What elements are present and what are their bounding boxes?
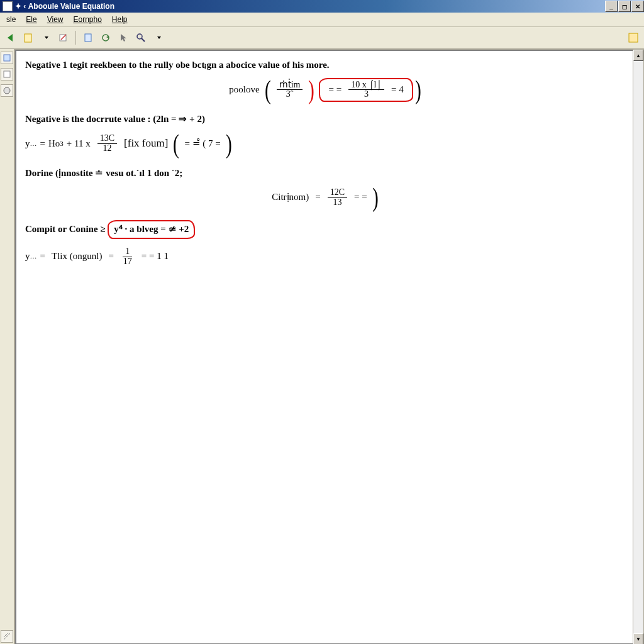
eq2-eq: = [37, 137, 48, 151]
eq3-frac: 12C 13 [328, 188, 347, 207]
open-paren-icon: ( [264, 77, 271, 103]
svg-marker-6 [121, 34, 126, 42]
sidebar-tool-b[interactable] [1, 68, 13, 80]
svg-marker-5 [106, 36, 109, 38]
text-line-4: Compit or Conine ≥ y⁴ · a blveg = ≄ +2 [25, 220, 624, 239]
eq3-frac-den: 13 [330, 198, 344, 208]
svg-rect-3 [85, 34, 91, 42]
eq2-frac-num: 13C [97, 134, 117, 144]
new-doc-icon[interactable] [20, 30, 36, 46]
svg-rect-11 [4, 71, 10, 77]
toolbar-separator [75, 31, 76, 45]
eq2-frac-den: 12 [100, 144, 114, 153]
eq4-tail: = = 1 1 [138, 250, 172, 264]
svg-point-12 [4, 87, 10, 94]
eq1-frac1-den: 3ˆ [284, 90, 296, 99]
eq4-eq: = [37, 250, 48, 264]
eq1-frac2: 10 x ⌠l⌡ 3 [348, 80, 384, 99]
eq1-frac1-num: ṁṫim [277, 80, 303, 91]
text-line-4b: y⁴ · a blveg = ≄ +2 [114, 223, 189, 236]
menu-sle[interactable]: sle [1, 14, 21, 25]
eq3-frac-num: 12C [328, 188, 347, 198]
scroll-down-button[interactable]: ▼ [633, 633, 643, 644]
app-icon [3, 1, 13, 11]
close-paren-icon-2: ) [414, 77, 421, 103]
menu-eornpho[interactable]: Eornpho [68, 14, 106, 25]
equation-4: y … = Tlix (ongunl) = 1 17 = = 1 1 [25, 243, 624, 270]
sidebar-tool-c[interactable] [1, 84, 13, 97]
document-area: Negative 1 tegit reekbeen to the rully o… [16, 51, 633, 643]
text-line-2: Negative is the docrrute value : (2ln = … [25, 113, 624, 126]
eq4-frac: 1 17 [121, 247, 135, 266]
text-line-2b: (2ln = ⇒ + 2) [153, 114, 205, 124]
svg-line-8 [142, 38, 145, 42]
eq2-ho: Ho [48, 137, 60, 151]
eq2-close-paren-icon: ) [225, 131, 232, 157]
window-title: Abooule Value Equation [28, 2, 604, 11]
equation-2: y … = Ho 3 + 11 x 13C 12 [fix foum] ( = … [25, 130, 624, 158]
zoom-dropdown[interactable] [150, 30, 167, 46]
menu-help[interactable]: Help [107, 14, 133, 25]
content-frame: Negative 1 tegit reekbeen to the rully o… [14, 49, 644, 644]
vertical-scrollbar[interactable]: ▲ ▼ [633, 50, 643, 644]
svg-rect-10 [4, 55, 10, 61]
eq4-ysub: … [30, 252, 37, 262]
menu-ele[interactable]: Ele [21, 14, 42, 25]
pointer-icon[interactable] [115, 30, 131, 46]
menu-view[interactable]: View [42, 14, 69, 25]
text-line-3: Dorine (ịnnostite ≐ vesu ot.´ıl 1 don ´2… [25, 167, 624, 180]
sidebar-corner-icon[interactable] [1, 630, 13, 643]
text-line-2a: Negative is the docrrute value : [25, 114, 151, 124]
zoom-icon[interactable] [133, 30, 149, 46]
eq1-frac2-num: 10 x ⌠l⌡ [348, 80, 384, 91]
equation-3: Citrịnom) = 12C 13 = = ) [25, 184, 624, 211]
eq1-frac2-den: 3 [362, 90, 371, 99]
eq3-eq: = [312, 191, 323, 204]
minimize-button[interactable]: _ [605, 1, 618, 12]
eq1-frac1: ṁṫim 3ˆ [277, 80, 303, 99]
toolbar [0, 27, 644, 49]
sidebar-tool-a[interactable] [1, 52, 13, 64]
eq2-paren-inner: = =̊ ( 7 = [181, 137, 223, 151]
eq1-prefix: poolove [226, 83, 262, 97]
svg-rect-9 [629, 33, 638, 42]
help-box-icon[interactable] [625, 30, 641, 46]
close-paren-icon: ) [308, 77, 315, 103]
menu-bar: sle Ele View Eornpho Help [0, 13, 644, 27]
svg-rect-1 [25, 34, 31, 42]
eq4-y: y [25, 250, 30, 264]
restore-button[interactable]: ◻ [618, 1, 631, 12]
back-arrow-icon[interactable] [3, 30, 19, 46]
new-doc-dropdown[interactable] [38, 30, 54, 46]
svg-point-7 [137, 34, 142, 39]
eq2-ysub: … [30, 139, 37, 149]
window-buttons: _ ◻ ✕ [604, 1, 644, 12]
refresh-icon[interactable] [97, 30, 114, 46]
eq3-close-paren-icon: ) [372, 184, 379, 211]
eq4-tlix: Tlix (ongunl) [48, 250, 105, 264]
scroll-track[interactable] [633, 61, 643, 633]
title-bar: ✦ ‹ Abooule Value Equation _ ◻ ✕ [0, 0, 644, 13]
eq2-fixfoum: [fix foum] [121, 136, 171, 152]
eq3-lhs: Citrịnom) [269, 191, 312, 204]
eq3-tail: = = [351, 191, 370, 204]
eq1-red-annotation: = = 10 x ⌠l⌡ 3 = 4 [319, 78, 413, 102]
left-sidebar [0, 49, 14, 644]
eq2-open-paren-icon: ( [173, 131, 180, 157]
eq4-eq2: = [105, 250, 116, 264]
scroll-up-button[interactable]: ▲ [633, 50, 643, 61]
text-line-4a: Compit or Conine ≥ [25, 224, 106, 234]
title-prefix: ✦ ‹ [15, 2, 26, 11]
eq2-y: y [25, 137, 30, 151]
convert-icon[interactable] [55, 30, 72, 46]
equation-1: poolove ( ṁṫim 3ˆ ) = = 10 x ⌠l⌡ 3 [25, 76, 624, 104]
document-body: Negative 1 tegit reekbeen to the rully o… [16, 51, 633, 284]
eq-line4-red-annotation: y⁴ · a blveg = ≄ +2 [108, 220, 195, 239]
eq4-frac-den: 17 [121, 257, 135, 267]
svg-marker-0 [8, 34, 13, 42]
text-line-1: Negative 1 tegit reekbeen to the rully o… [25, 58, 624, 72]
eq2-plus11x: + 11 x [64, 137, 94, 151]
page-icon[interactable] [80, 30, 96, 46]
close-button[interactable]: ✕ [631, 1, 644, 12]
eq2-frac: 13C 12 [97, 134, 117, 153]
